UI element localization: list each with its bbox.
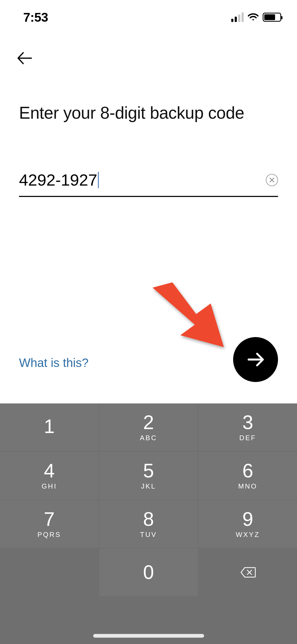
cellular-icon bbox=[231, 12, 244, 22]
battery-icon bbox=[263, 13, 281, 22]
key-empty bbox=[0, 549, 98, 596]
key-letters: TUV bbox=[140, 531, 157, 539]
key-number: 6 bbox=[242, 461, 253, 481]
arrow-right-icon bbox=[246, 350, 265, 369]
backspace-icon bbox=[240, 566, 256, 579]
annotation-arrow-icon bbox=[145, 282, 234, 356]
clear-input-button[interactable] bbox=[266, 174, 278, 186]
arrow-left-icon bbox=[16, 50, 33, 66]
key-number: 3 bbox=[242, 413, 253, 432]
key-9[interactable]: 9 WXYZ bbox=[199, 500, 297, 548]
key-7[interactable]: 7 PQRS bbox=[0, 500, 98, 548]
numeric-keypad: 1 2 ABC 3 DEF 4 GHI 5 JKL 6 MNO bbox=[0, 403, 297, 644]
key-2[interactable]: 2 ABC bbox=[99, 403, 198, 451]
key-letters: ABC bbox=[140, 434, 157, 442]
key-letters: GHI bbox=[41, 482, 57, 490]
backup-code-input-row: 4292-1927 bbox=[19, 171, 278, 197]
next-button[interactable] bbox=[233, 337, 278, 382]
key-8[interactable]: 8 TUV bbox=[99, 500, 198, 548]
key-number: 4 bbox=[44, 461, 55, 481]
status-time: 7:53 bbox=[23, 10, 48, 25]
backup-code-value: 4292-1927 bbox=[19, 171, 97, 189]
key-letters: PQRS bbox=[37, 531, 61, 539]
key-letters: DEF bbox=[239, 434, 256, 442]
key-number: 9 bbox=[242, 509, 253, 529]
status-bar: 7:53 bbox=[0, 0, 297, 34]
page-title: Enter your 8-digit backup code bbox=[19, 103, 278, 123]
key-number: 1 bbox=[44, 417, 55, 436]
key-number: 2 bbox=[143, 413, 154, 432]
svg-marker-4 bbox=[153, 282, 224, 347]
backup-code-input[interactable]: 4292-1927 bbox=[19, 171, 266, 189]
wifi-icon bbox=[247, 13, 259, 22]
key-0[interactable]: 0 bbox=[99, 549, 198, 596]
key-number: 8 bbox=[143, 509, 154, 529]
key-6[interactable]: 6 MNO bbox=[199, 452, 297, 499]
x-icon bbox=[269, 177, 275, 183]
key-4[interactable]: 4 GHI bbox=[0, 452, 98, 499]
key-letters: WXYZ bbox=[236, 531, 260, 539]
key-number: 5 bbox=[143, 461, 154, 481]
key-letters: MNO bbox=[238, 482, 257, 490]
home-indicator[interactable] bbox=[93, 634, 204, 638]
back-button[interactable] bbox=[16, 48, 37, 69]
key-3[interactable]: 3 DEF bbox=[199, 403, 297, 451]
key-number: 0 bbox=[143, 563, 154, 582]
status-icons bbox=[231, 12, 281, 22]
what-is-this-link[interactable]: What is this? bbox=[19, 356, 88, 370]
key-backspace[interactable] bbox=[199, 549, 297, 596]
text-caret bbox=[98, 172, 99, 188]
key-number: 7 bbox=[44, 509, 55, 529]
key-1[interactable]: 1 bbox=[0, 403, 98, 451]
key-letters: JKL bbox=[141, 482, 156, 490]
key-5[interactable]: 5 JKL bbox=[99, 452, 198, 499]
